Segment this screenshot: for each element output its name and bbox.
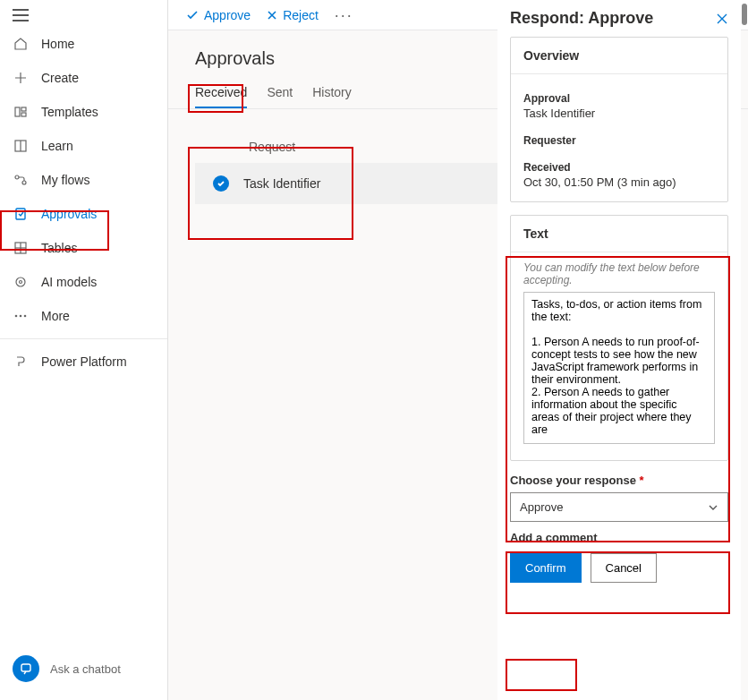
scroll-thumb[interactable]	[742, 4, 747, 25]
sidebar-item-label: Power Platform	[41, 354, 127, 369]
sidebar-item-powerplatform[interactable]: Power Platform	[0, 345, 167, 379]
book-icon	[13, 138, 29, 154]
plus-icon	[13, 70, 29, 86]
action-buttons: Confirm Cancel	[510, 553, 728, 583]
panel-title: Respond: Approve	[510, 9, 653, 28]
requester-label: Requester	[523, 134, 715, 147]
chatbot-label: Ask a chatbot	[50, 662, 121, 676]
text-heading: Text	[511, 216, 727, 252]
response-label: Choose your response	[510, 474, 636, 487]
ai-icon	[13, 274, 29, 290]
response-selected: Approve	[520, 500, 563, 514]
required-marker: *	[640, 474, 644, 487]
received-label: Received	[523, 161, 715, 174]
svg-rect-1	[21, 107, 26, 111]
sidebar-item-myflows[interactable]: My flows	[0, 163, 167, 197]
svg-point-13	[15, 315, 18, 318]
status-check-icon	[213, 175, 229, 192]
svg-point-5	[15, 175, 19, 179]
chevron-down-icon	[708, 504, 718, 511]
request-title: Task Identifier	[243, 176, 320, 191]
response-section: Choose your response * Approve	[510, 474, 728, 522]
sidebar-nav: Home Create Templates Learn My flows	[0, 27, 167, 379]
overview-heading: Overview	[511, 38, 727, 74]
sidebar-item-create[interactable]: Create	[0, 61, 167, 95]
tab-history[interactable]: History	[312, 78, 352, 108]
comment-label: Add a comment	[510, 531, 728, 544]
sidebar-item-home[interactable]: Home	[0, 27, 167, 61]
approval-value: Task Identifier	[523, 107, 715, 120]
svg-point-6	[22, 181, 26, 184]
tab-sent[interactable]: Sent	[267, 78, 293, 108]
svg-point-14	[20, 315, 22, 318]
svg-rect-0	[15, 107, 20, 116]
chatbot-launcher[interactable]: Ask a chatbot	[0, 646, 168, 691]
respond-panel: Respond: Approve Overview Approval Task …	[497, 0, 741, 700]
confirm-button[interactable]: Confirm	[510, 553, 582, 583]
chatbot-icon	[13, 655, 39, 682]
sidebar-item-templates[interactable]: Templates	[0, 95, 167, 129]
received-value: Oct 30, 01:50 PM (3 min ago)	[523, 175, 715, 189]
templates-icon	[13, 104, 29, 120]
cancel-button[interactable]: Cancel	[591, 553, 657, 583]
svg-point-15	[24, 315, 27, 318]
text-card: Text You can modify the text below befor…	[510, 215, 728, 461]
grid-icon	[13, 240, 29, 256]
sidebar-item-more[interactable]: More	[0, 299, 167, 333]
response-select[interactable]: Approve	[510, 492, 728, 522]
approvals-icon	[13, 206, 29, 222]
power-platform-icon	[13, 354, 29, 370]
check-icon	[186, 9, 199, 21]
sidebar-item-approvals[interactable]: Approvals	[0, 197, 167, 231]
overview-card: Overview Approval Task Identifier Reques…	[510, 37, 728, 202]
svg-rect-16	[21, 664, 30, 671]
svg-point-11	[16, 277, 25, 286]
sidebar-item-label: Learn	[41, 139, 73, 153]
sidebar-item-label: My flows	[41, 173, 89, 187]
sidebar-item-label: Home	[41, 37, 74, 51]
sidebar-item-label: Tables	[41, 241, 77, 255]
sidebar-item-label: AI models	[41, 275, 97, 289]
sidebar-item-label: More	[41, 309, 70, 323]
text-hint: You can modify the text below before acc…	[511, 252, 727, 292]
svg-rect-7	[16, 209, 25, 219]
sidebar-item-label: Create	[41, 71, 79, 85]
reject-action[interactable]: Reject	[267, 8, 319, 22]
sidebar-item-label: Templates	[41, 105, 98, 119]
sidebar-item-tables[interactable]: Tables	[0, 231, 167, 265]
tab-received[interactable]: Received	[195, 78, 247, 108]
overflow-menu[interactable]: ···	[335, 7, 353, 23]
sidebar-item-learn[interactable]: Learn	[0, 129, 167, 163]
sidebar-item-aimodels[interactable]: AI models	[0, 265, 167, 299]
reject-action-label: Reject	[283, 8, 319, 22]
sidebar: Home Create Templates Learn My flows	[0, 0, 168, 700]
hamburger-menu[interactable]	[13, 9, 29, 21]
svg-rect-2	[21, 113, 26, 116]
flow-icon	[13, 172, 29, 188]
approve-action-label: Approve	[204, 8, 251, 22]
home-icon	[13, 36, 29, 52]
svg-point-12	[20, 281, 22, 284]
sidebar-item-label: Approvals	[41, 207, 97, 221]
approve-action[interactable]: Approve	[186, 8, 251, 22]
scrollbar[interactable]	[741, 0, 748, 700]
more-icon	[13, 308, 29, 324]
approval-label: Approval	[523, 92, 715, 105]
x-icon	[267, 10, 277, 21]
close-icon[interactable]	[716, 13, 728, 25]
text-input[interactable]	[523, 292, 715, 444]
